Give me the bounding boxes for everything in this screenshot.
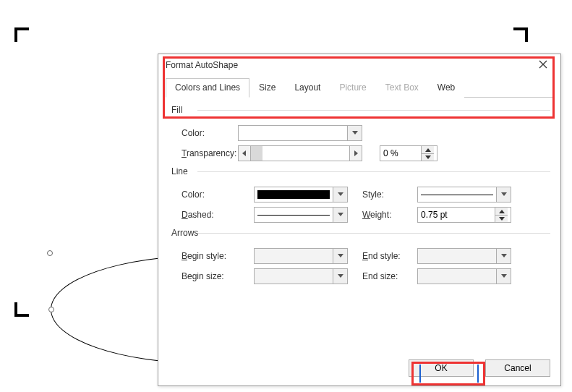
begin-size-label: Begin size: (182, 271, 254, 281)
line-style-dropdown[interactable] (417, 187, 511, 203)
transparency-input[interactable] (380, 146, 421, 161)
line-style-label: Style: (362, 189, 417, 200)
begin-size-dropdown[interactable] (254, 268, 348, 284)
end-style-label: End style: (362, 251, 417, 261)
weight-input[interactable] (418, 208, 495, 222)
end-size-label: End size: (362, 271, 417, 281)
line-color-label: Color: (182, 189, 254, 200)
transparency-slider[interactable] (238, 145, 362, 161)
slider-left-button[interactable] (238, 145, 251, 161)
format-autoshape-dialog: Format AutoShape Colors and Lines Size L… (158, 54, 561, 386)
dialog-content: Fill Color: Transparency: (158, 98, 560, 286)
close-button[interactable] (532, 56, 555, 74)
end-style-preview (418, 249, 496, 263)
spin-down-icon[interactable] (422, 153, 434, 161)
begin-style-dropdown[interactable] (254, 248, 348, 264)
rotation-handle[interactable] (47, 250, 53, 256)
chevron-down-icon (496, 249, 511, 263)
line-style-preview (421, 195, 493, 195)
tab-picture: Picture (330, 78, 375, 98)
tab-text-box: Text Box (376, 78, 428, 98)
tab-web[interactable]: Web (428, 78, 464, 98)
tabs-row: Colors and Lines Size Layout Picture Tex… (166, 77, 553, 98)
slider-track[interactable] (251, 145, 349, 161)
chevron-down-icon (333, 269, 347, 284)
close-icon (539, 60, 547, 71)
cancel-button[interactable]: Cancel (485, 359, 550, 377)
slider-right-button[interactable] (349, 145, 362, 161)
end-size-preview (418, 269, 496, 284)
chevron-down-icon (333, 187, 347, 202)
end-style-dropdown[interactable] (417, 248, 511, 264)
tab-size[interactable]: Size (249, 78, 285, 98)
chevron-down-icon (333, 208, 347, 222)
dashed-label: Dashed: (182, 210, 254, 220)
crop-corner-tl (14, 27, 29, 42)
spin-up-icon[interactable] (495, 208, 508, 215)
dashed-preview (257, 215, 330, 216)
begin-style-preview (255, 249, 333, 263)
group-arrows-divider (197, 233, 550, 234)
fill-color-label: Color: (182, 128, 238, 138)
ok-button[interactable]: OK (409, 359, 474, 377)
transparency-label: Transparency: (182, 148, 238, 158)
crop-corner-bl (14, 302, 29, 317)
weight-spinner[interactable] (417, 207, 511, 223)
dialog-titlebar[interactable]: Format AutoShape (158, 54, 560, 76)
begin-size-preview (255, 269, 333, 284)
dashed-dropdown[interactable] (254, 207, 348, 223)
slider-thumb[interactable] (251, 146, 262, 161)
chevron-down-icon (496, 187, 511, 202)
weight-label: Weight: (362, 210, 417, 220)
chevron-down-icon (347, 126, 362, 140)
chevron-down-icon (333, 249, 347, 263)
spin-up-icon[interactable] (422, 146, 434, 153)
group-fill-divider (197, 110, 550, 111)
end-size-dropdown[interactable] (417, 268, 511, 284)
transparency-spinner[interactable] (380, 145, 437, 161)
tab-layout[interactable]: Layout (285, 78, 330, 98)
line-color-swatch (257, 190, 330, 199)
group-line-divider (197, 171, 550, 172)
line-color-dropdown[interactable] (254, 187, 348, 203)
tab-colors-and-lines[interactable]: Colors and Lines (166, 78, 249, 98)
fill-color-dropdown[interactable] (238, 125, 362, 141)
dialog-button-row: OK Cancel (409, 359, 550, 377)
dialog-title: Format AutoShape (166, 60, 238, 70)
fill-color-swatch (239, 126, 347, 140)
chevron-down-icon (496, 269, 511, 284)
spin-down-icon[interactable] (495, 215, 508, 222)
begin-style-label: Begin style: (182, 251, 254, 261)
crop-corner-tr (513, 27, 528, 42)
resize-handle-left[interactable] (48, 307, 54, 312)
